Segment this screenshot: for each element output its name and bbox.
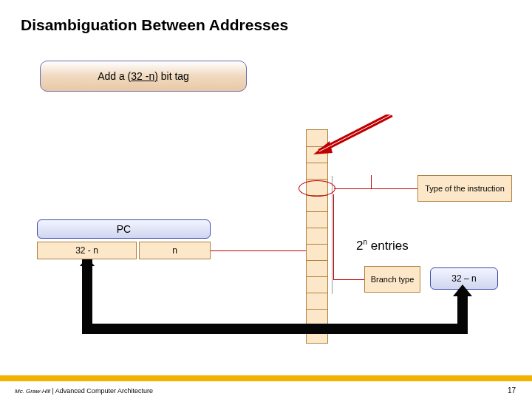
footer-publisher: Mc. Graw-Hill [15,388,50,395]
hit-to-type-line-v [371,175,372,188]
footer-accent-bar [0,375,532,381]
entries-label: 2n entries [356,238,409,253]
footer-sep: | [50,387,55,395]
hit-to-type-line [334,188,371,189]
pc-index-field: n [139,242,211,259]
page-number: 17 [508,386,516,395]
slide-title: Disambiguation Between Addresses [21,16,288,34]
hit-down-line [333,194,334,279]
tag-under: 32 -n) [131,70,158,82]
feedback-path [457,293,468,334]
btb-output-column-sep [332,176,332,294]
btb-table [306,129,328,344]
feedback-path [82,259,92,334]
entries-suf: entries [367,239,409,253]
type-of-instruction-box: Type of the instruction [417,175,512,202]
svg-line-2 [319,115,392,151]
branch-type-box: Branch type [364,266,420,293]
tag-pre: Add a ( [98,70,131,82]
arrow-up-icon [453,284,472,296]
pointer-arrow-icon [310,115,399,159]
tag-suf: bit tag [158,70,189,82]
feedback-path [82,324,468,334]
footer-text: Mc. Graw-Hill | Advanced Computer Archit… [15,387,153,395]
footer-course: Advanced Computer Architecture [55,387,153,395]
tag-callout: Add a (32 -n) bit tag [40,61,247,92]
svg-marker-1 [313,141,332,154]
index-wire [211,250,306,251]
type-line [371,188,417,189]
pc-tag-field: 32 - n [37,242,137,259]
selected-entry-marker [299,180,335,197]
tag-callout-text: Add a (32 -n) bit tag [98,70,189,82]
hit-to-branchtype-line [333,279,364,280]
pc-label: PC [37,219,211,239]
